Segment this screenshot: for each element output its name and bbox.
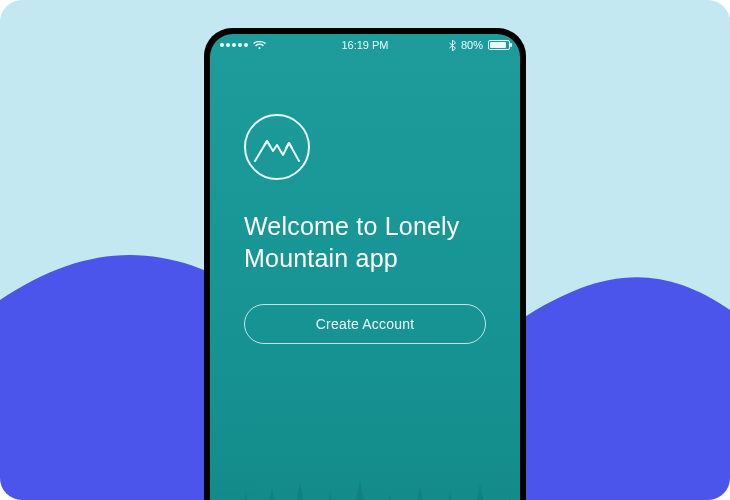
svg-point-0 <box>258 47 260 49</box>
status-bar-left <box>220 40 365 50</box>
status-bar-right: 80% <box>365 39 510 51</box>
wifi-icon <box>253 40 266 50</box>
bluetooth-icon <box>449 40 456 51</box>
signal-dots-icon <box>220 43 248 47</box>
battery-icon <box>488 40 510 50</box>
phone-frame: 16:19 PM 80% <box>204 28 526 500</box>
status-bar: 16:19 PM 80% <box>210 34 520 56</box>
welcome-headline: Welcome to Lonely Mountain app <box>244 210 486 274</box>
app-logo-mountain-icon <box>244 114 310 180</box>
showcase-card: 16:19 PM 80% <box>0 0 730 500</box>
phone-screen: 16:19 PM 80% <box>210 34 520 500</box>
battery-percent-label: 80% <box>461 39 483 51</box>
welcome-content: Welcome to Lonely Mountain app Create Ac… <box>210 56 520 344</box>
create-account-label: Create Account <box>316 316 415 332</box>
forest-silhouette <box>210 432 520 500</box>
create-account-button[interactable]: Create Account <box>244 304 486 344</box>
